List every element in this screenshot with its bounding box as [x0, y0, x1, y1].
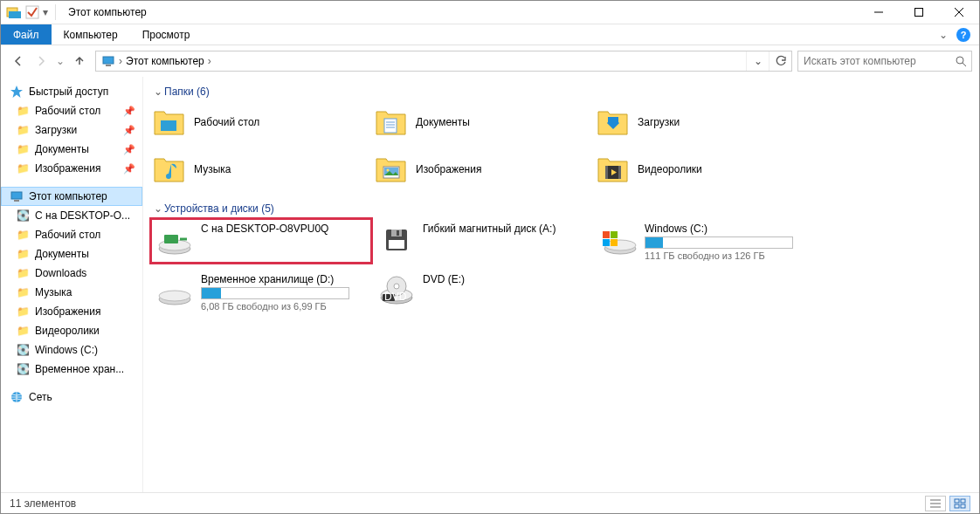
folder-label: Музыка: [194, 163, 231, 175]
drive-item[interactable]: Windows (C:)111 ГБ свободно из 126 ГБ: [596, 220, 814, 262]
sidebar-item[interactable]: 📁Документы: [1, 244, 142, 264]
chevron-right-icon[interactable]: ›: [208, 55, 211, 67]
status-item-count: 11 элементов: [10, 497, 76, 510]
svg-rect-12: [14, 200, 19, 202]
folder-item[interactable]: Видеоролики: [596, 150, 814, 188]
svg-rect-8: [106, 65, 111, 66]
folder-icon: 📁: [17, 229, 30, 241]
svg-rect-7: [103, 57, 114, 64]
sidebar-item-downloads[interactable]: 📁Загрузки📌: [1, 120, 142, 140]
sidebar-item[interactable]: 📁Изображения: [1, 302, 142, 321]
drive-label: Windows (C:): [645, 223, 793, 235]
storage-bar: [201, 287, 349, 299]
content-pane: ⌄ Папки (6) Рабочий столДокументыЗагрузк…: [143, 77, 979, 492]
svg-rect-50: [961, 499, 965, 503]
folder-item[interactable]: Изображения: [374, 150, 592, 188]
pc-icon: [10, 189, 24, 203]
drive-free-space: 6,08 ГБ свободно из 6,99 ГБ: [201, 301, 349, 312]
svg-rect-35: [611, 231, 618, 238]
drive-icon: 💽: [17, 209, 30, 222]
storage-bar: [645, 236, 793, 249]
svg-rect-51: [955, 504, 959, 508]
drive-label: Гибкий магнитный диск (A:): [423, 223, 556, 235]
folder-icon: [374, 105, 409, 140]
folder-icon: [152, 105, 187, 140]
drive-item[interactable]: Гибкий магнитный диск (A:): [374, 220, 592, 262]
tab-computer[interactable]: Компьютер: [52, 24, 130, 45]
chevron-down-icon: ⌄: [152, 202, 164, 215]
sidebar-network[interactable]: Сеть: [1, 387, 142, 407]
breadcrumb-root[interactable]: Этот компьютер: [126, 55, 204, 67]
qat-check-icon[interactable]: [25, 5, 39, 19]
refresh-button[interactable]: [769, 51, 791, 71]
sidebar-item[interactable]: 💽Временное хран...: [1, 360, 142, 379]
svg-line-10: [963, 63, 966, 66]
close-button[interactable]: [939, 1, 979, 24]
folder-icon: [596, 152, 631, 187]
folder-item[interactable]: Рабочий стол: [152, 103, 370, 141]
section-devices-header[interactable]: ⌄ Устройства и диски (5): [152, 202, 970, 215]
drive-item[interactable]: DVDDVD (E:): [374, 271, 592, 312]
sidebar-item[interactable]: 💽Windows (C:): [1, 340, 142, 360]
folder-icon: 📁: [17, 143, 30, 155]
folder-icon: 📁: [17, 325, 30, 337]
svg-rect-14: [161, 120, 176, 131]
sidebar-item-desktop[interactable]: 📁Рабочий стол📌: [1, 101, 142, 120]
drive-icon: [377, 223, 416, 257]
drive-icon: [599, 223, 638, 257]
drive-icon: [155, 273, 194, 308]
sidebar-item-documents[interactable]: 📁Документы📌: [1, 140, 142, 159]
star-icon: [10, 85, 24, 99]
view-large-icons-button[interactable]: [949, 496, 970, 511]
maximize-button[interactable]: [899, 1, 939, 24]
drive-icon: DVD: [377, 273, 416, 308]
address-dropdown[interactable]: ⌄: [746, 51, 769, 71]
sidebar-item[interactable]: 📁Рабочий стол: [1, 225, 142, 244]
folder-label: Рабочий стол: [194, 116, 259, 128]
sidebar-item-pictures[interactable]: 📁Изображения📌: [1, 159, 142, 178]
sidebar-item[interactable]: 📁Downloads: [1, 264, 142, 283]
sidebar-item[interactable]: 💽C на DESKTOP-O...: [1, 206, 142, 225]
drive-item[interactable]: C на DESKTOP-O8VPU0Q: [152, 220, 370, 262]
chevron-right-icon[interactable]: ›: [119, 55, 122, 67]
nav-forward-button[interactable]: [31, 49, 52, 73]
svg-rect-49: [955, 499, 959, 503]
tab-view[interactable]: Просмотр: [130, 24, 203, 45]
search-box[interactable]: [797, 51, 972, 72]
view-details-button[interactable]: [925, 496, 946, 511]
sidebar-item[interactable]: 📁Музыка: [1, 283, 142, 302]
folder-item[interactable]: Музыка: [152, 150, 370, 188]
sidebar-this-pc[interactable]: Этот компьютер: [1, 187, 142, 206]
folder-icon: 📁: [17, 248, 30, 260]
folder-item[interactable]: Документы: [374, 103, 592, 141]
svg-point-43: [394, 284, 399, 289]
drive-item[interactable]: Временное хранилище (D:)6,08 ГБ свободно…: [152, 271, 370, 312]
address-bar[interactable]: › Этот компьютер › ⌄: [95, 51, 792, 72]
svg-rect-15: [384, 119, 397, 133]
nav-up-button[interactable]: [69, 49, 90, 73]
search-input[interactable]: [798, 55, 950, 67]
nav-back-button[interactable]: [8, 49, 29, 73]
folder-label: Видеоролики: [638, 163, 702, 175]
help-button[interactable]: ?: [956, 28, 970, 42]
minimize-button[interactable]: [859, 1, 899, 24]
pin-icon: 📌: [123, 163, 135, 175]
ribbon-expand-icon[interactable]: ⌄: [939, 29, 948, 41]
pin-icon: 📌: [123, 144, 135, 155]
svg-rect-30: [397, 230, 399, 236]
sidebar-item[interactable]: 📁Видеоролики: [1, 321, 142, 340]
search-icon[interactable]: [950, 55, 971, 67]
drive-free-space: 111 ГБ свободно из 126 ГБ: [645, 250, 793, 261]
section-folders-header[interactable]: ⌄ Папки (6): [152, 86, 970, 98]
nav-history-dropdown[interactable]: ⌄: [53, 55, 67, 67]
svg-point-39: [159, 291, 190, 301]
svg-rect-52: [961, 504, 965, 508]
folder-item[interactable]: Загрузки: [596, 103, 814, 141]
sidebar-quick-access[interactable]: Быстрый доступ: [1, 82, 142, 101]
svg-rect-11: [11, 192, 22, 199]
svg-rect-23: [605, 166, 608, 179]
pc-icon: [101, 54, 115, 68]
folder-icon: [152, 152, 187, 187]
qat-dropdown-icon[interactable]: ▾: [43, 6, 48, 18]
tab-file[interactable]: Файл: [1, 24, 52, 45]
